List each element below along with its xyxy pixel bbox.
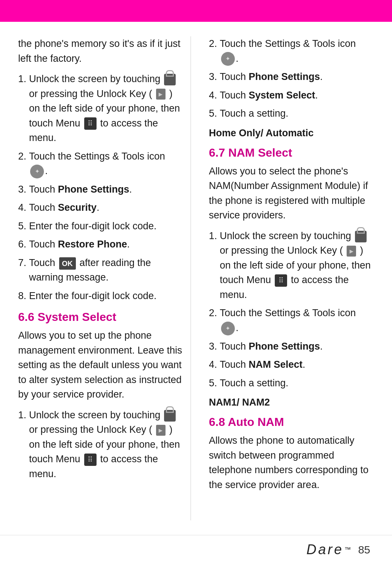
left-column: the phone's memory so it's as if it just… [18, 36, 191, 520]
list-item: Unlock the screen by touching or pressin… [220, 229, 374, 302]
list-item: Touch Restore Phone. [29, 237, 183, 252]
section-67-heading: 6.7 NAM Select [209, 146, 374, 160]
list-item: Touch a setting. [220, 376, 374, 391]
menu-icon [84, 454, 97, 466]
step1-text: Unlock the screen by touching or pressin… [29, 73, 180, 143]
lock-icon [164, 410, 176, 422]
section-66-desc: Allows you to set up the phone managemen… [18, 328, 183, 402]
section-68-desc: Allows the phone to automatically switch… [209, 433, 374, 492]
list-item: Touch Phone Settings. [29, 182, 183, 197]
trademark-symbol: ™ [344, 546, 352, 553]
phone-settings-bold: Phone Settings [58, 184, 130, 195]
list-item: Touch Security. [29, 200, 183, 215]
list-item: Touch the Settings & Tools icon . [220, 306, 374, 335]
dare-logo-text: Dare [306, 542, 343, 557]
security-bold: Security [58, 202, 97, 213]
restore-phone-bold: Restore Phone [58, 239, 127, 250]
ok-icon: OK [59, 257, 76, 270]
phone-settings-bold: Phone Settings [249, 341, 320, 352]
section-66-heading: 6.6 System Select [18, 310, 183, 324]
section-67-desc: Allows you to select the phone's NAM(Num… [209, 164, 374, 223]
list-item: Touch the Settings & Tools icon . [220, 36, 374, 66]
right-column: Touch the Settings & Tools icon . Touch … [205, 36, 374, 520]
list-item: Touch OK after reading the warning messa… [29, 255, 183, 285]
section-68-heading: 6.8 Auto NAM [209, 415, 374, 429]
arrow-icon [156, 89, 166, 100]
steps-list-1: Unlock the screen by touching or pressin… [18, 72, 183, 303]
steps-list-67: Unlock the screen by touching or pressin… [209, 229, 374, 390]
list-item: Touch the Settings & Tools icon . [29, 149, 183, 178]
footer: Dare ™ 85 [0, 535, 392, 564]
sub-heading-66: Home Only/ Automatic [209, 128, 374, 139]
list-item: Touch Phone Settings. [220, 339, 374, 354]
phone-settings-bold: Phone Settings [249, 71, 320, 82]
settings-icon [221, 322, 235, 335]
list-item: Enter the four-digit lock code. [29, 289, 183, 303]
list-item: Touch NAM Select. [220, 357, 374, 372]
list-item: Unlock the screen by touching or pressin… [29, 408, 183, 482]
steps-list-66: Unlock the screen by touching or pressin… [18, 408, 183, 482]
system-select-bold: System Select [249, 90, 315, 101]
magenta-bar [0, 0, 392, 22]
list-item: Unlock the screen by touching or pressin… [29, 72, 183, 145]
settings-icon [30, 165, 44, 178]
steps-list-66-cont: Touch the Settings & Tools icon . Touch … [209, 36, 374, 121]
menu-icon [84, 117, 97, 130]
list-item: Touch a setting. [220, 106, 374, 121]
lock-icon [164, 74, 176, 85]
intro-text: the phone's memory so it's as if it just… [18, 36, 183, 66]
page-number: 85 [358, 544, 370, 556]
list-item: Touch Phone Settings. [220, 69, 374, 84]
footer-logo: Dare ™ [306, 542, 351, 557]
sub-heading-67: NAM1/ NAM2 [209, 397, 374, 408]
lock-icon [355, 231, 367, 242]
list-item: Touch System Select. [220, 88, 374, 103]
arrow-icon [347, 246, 356, 257]
menu-icon [275, 274, 287, 287]
list-item: Enter the four-digit lock code. [29, 219, 183, 234]
arrow-icon [156, 425, 166, 436]
nam-select-bold: NAM Select [249, 359, 303, 370]
settings-icon [221, 52, 235, 66]
